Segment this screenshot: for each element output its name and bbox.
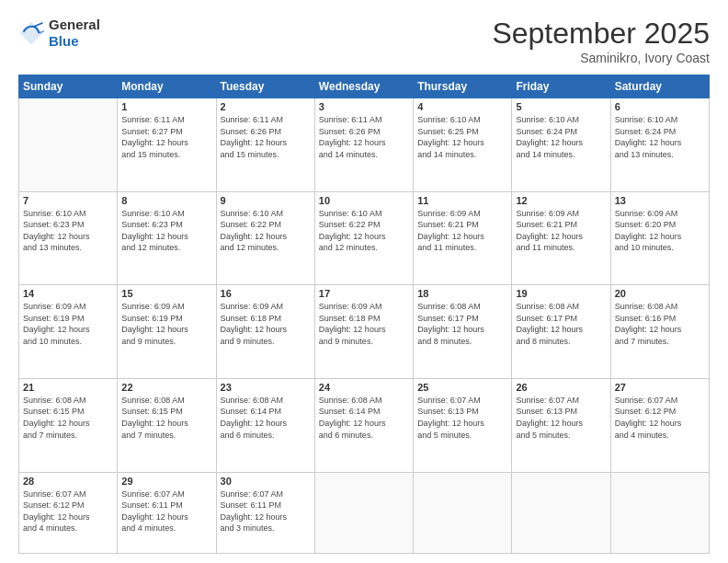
day-info: Sunrise: 6:10 AM Sunset: 6:24 PM Dayligh…: [615, 114, 705, 160]
weekday-header-friday: Friday: [512, 75, 610, 98]
calendar-cell: 30Sunrise: 6:07 AM Sunset: 6:11 PM Dayli…: [216, 472, 314, 554]
day-number: 27: [615, 382, 705, 393]
weekday-header-tuesday: Tuesday: [216, 75, 314, 98]
day-number: 15: [121, 288, 211, 299]
day-number: 20: [615, 288, 705, 299]
day-info: Sunrise: 6:10 AM Sunset: 6:23 PM Dayligh…: [121, 208, 211, 254]
calendar-cell: 15Sunrise: 6:09 AM Sunset: 6:19 PM Dayli…: [118, 285, 216, 379]
calendar-cell: 5Sunrise: 6:10 AM Sunset: 6:24 PM Daylig…: [512, 98, 610, 192]
calendar-cell: 19Sunrise: 6:08 AM Sunset: 6:17 PM Dayli…: [512, 285, 610, 379]
calendar-cell: [512, 472, 610, 554]
day-number: 5: [516, 101, 606, 112]
day-number: 26: [516, 382, 606, 393]
day-info: Sunrise: 6:10 AM Sunset: 6:24 PM Dayligh…: [516, 114, 606, 160]
day-info: Sunrise: 6:09 AM Sunset: 6:21 PM Dayligh…: [417, 208, 507, 254]
day-number: 28: [23, 476, 113, 487]
day-info: Sunrise: 6:09 AM Sunset: 6:19 PM Dayligh…: [121, 301, 211, 347]
month-title: September 2025: [492, 17, 710, 51]
calendar-cell: 14Sunrise: 6:09 AM Sunset: 6:19 PM Dayli…: [19, 285, 118, 379]
weekday-header-monday: Monday: [118, 75, 216, 98]
day-info: Sunrise: 6:09 AM Sunset: 6:18 PM Dayligh…: [221, 301, 311, 347]
day-number: 24: [319, 382, 409, 393]
day-number: 1: [121, 101, 211, 112]
day-number: 19: [516, 288, 606, 299]
day-info: Sunrise: 6:08 AM Sunset: 6:16 PM Dayligh…: [615, 301, 705, 347]
day-info: Sunrise: 6:08 AM Sunset: 6:14 PM Dayligh…: [319, 395, 409, 441]
calendar-cell: 22Sunrise: 6:08 AM Sunset: 6:15 PM Dayli…: [118, 378, 216, 472]
calendar-cell: 29Sunrise: 6:07 AM Sunset: 6:11 PM Dayli…: [118, 472, 216, 554]
day-info: Sunrise: 6:08 AM Sunset: 6:14 PM Dayligh…: [221, 395, 311, 441]
week-row-1: 1Sunrise: 6:11 AM Sunset: 6:27 PM Daylig…: [19, 98, 710, 192]
day-number: 13: [615, 195, 705, 206]
day-number: 2: [221, 101, 311, 112]
logo-blue-text: Blue: [49, 33, 100, 50]
day-info: Sunrise: 6:11 AM Sunset: 6:26 PM Dayligh…: [221, 114, 311, 160]
day-number: 10: [319, 195, 409, 206]
day-info: Sunrise: 6:07 AM Sunset: 6:13 PM Dayligh…: [417, 395, 507, 441]
calendar-table: SundayMondayTuesdayWednesdayThursdayFrid…: [18, 75, 710, 554]
calendar-cell: [610, 472, 709, 554]
logo-general-text: General: [49, 17, 100, 33]
day-number: 14: [23, 288, 113, 299]
day-number: 3: [319, 101, 409, 112]
logo-icon: [18, 20, 44, 46]
day-number: 21: [23, 382, 113, 393]
calendar-cell: 13Sunrise: 6:09 AM Sunset: 6:20 PM Dayli…: [610, 191, 709, 285]
day-number: 22: [121, 382, 211, 393]
day-number: 7: [23, 195, 113, 206]
day-info: Sunrise: 6:08 AM Sunset: 6:17 PM Dayligh…: [417, 301, 507, 347]
day-info: Sunrise: 6:10 AM Sunset: 6:23 PM Dayligh…: [23, 208, 113, 254]
week-row-5: 28Sunrise: 6:07 AM Sunset: 6:12 PM Dayli…: [19, 472, 710, 554]
calendar-cell: 3Sunrise: 6:11 AM Sunset: 6:26 PM Daylig…: [314, 98, 413, 192]
day-info: Sunrise: 6:10 AM Sunset: 6:22 PM Dayligh…: [221, 208, 311, 254]
calendar-cell: 20Sunrise: 6:08 AM Sunset: 6:16 PM Dayli…: [610, 285, 709, 379]
day-info: Sunrise: 6:07 AM Sunset: 6:13 PM Dayligh…: [516, 395, 606, 441]
day-number: 8: [121, 195, 211, 206]
day-info: Sunrise: 6:08 AM Sunset: 6:15 PM Dayligh…: [121, 395, 211, 441]
subtitle: Saminikro, Ivory Coast: [492, 51, 710, 65]
calendar-cell: 6Sunrise: 6:10 AM Sunset: 6:24 PM Daylig…: [610, 98, 709, 192]
calendar-cell: 11Sunrise: 6:09 AM Sunset: 6:21 PM Dayli…: [414, 191, 512, 285]
day-number: 9: [221, 195, 311, 206]
weekday-header-sunday: Sunday: [19, 75, 118, 98]
weekday-header-saturday: Saturday: [610, 75, 709, 98]
calendar-cell: 17Sunrise: 6:09 AM Sunset: 6:18 PM Dayli…: [314, 285, 413, 379]
title-block: September 2025 Saminikro, Ivory Coast: [492, 17, 710, 65]
day-number: 29: [121, 476, 211, 487]
week-row-4: 21Sunrise: 6:08 AM Sunset: 6:15 PM Dayli…: [19, 378, 710, 472]
day-info: Sunrise: 6:07 AM Sunset: 6:11 PM Dayligh…: [221, 488, 311, 534]
day-info: Sunrise: 6:09 AM Sunset: 6:18 PM Dayligh…: [319, 301, 409, 347]
weekday-header-wednesday: Wednesday: [314, 75, 413, 98]
calendar-cell: 27Sunrise: 6:07 AM Sunset: 6:12 PM Dayli…: [610, 378, 709, 472]
day-info: Sunrise: 6:07 AM Sunset: 6:11 PM Dayligh…: [121, 488, 211, 534]
calendar-cell: 12Sunrise: 6:09 AM Sunset: 6:21 PM Dayli…: [512, 191, 610, 285]
calendar-cell: 24Sunrise: 6:08 AM Sunset: 6:14 PM Dayli…: [314, 378, 413, 472]
logo-text: General Blue: [49, 17, 100, 50]
header: General Blue September 2025 Saminikro, I…: [18, 17, 710, 65]
page: General Blue September 2025 Saminikro, I…: [0, 0, 728, 563]
day-number: 23: [221, 382, 311, 393]
calendar-cell: [314, 472, 413, 554]
day-info: Sunrise: 6:07 AM Sunset: 6:12 PM Dayligh…: [23, 488, 113, 534]
day-number: 17: [319, 288, 409, 299]
day-number: 4: [417, 101, 507, 112]
day-info: Sunrise: 6:09 AM Sunset: 6:21 PM Dayligh…: [516, 208, 606, 254]
calendar-cell: 28Sunrise: 6:07 AM Sunset: 6:12 PM Dayli…: [19, 472, 118, 554]
day-number: 18: [417, 288, 507, 299]
week-row-3: 14Sunrise: 6:09 AM Sunset: 6:19 PM Dayli…: [19, 285, 710, 379]
calendar-cell: 26Sunrise: 6:07 AM Sunset: 6:13 PM Dayli…: [512, 378, 610, 472]
calendar-cell: 18Sunrise: 6:08 AM Sunset: 6:17 PM Dayli…: [414, 285, 512, 379]
calendar-cell: 16Sunrise: 6:09 AM Sunset: 6:18 PM Dayli…: [216, 285, 314, 379]
day-number: 11: [417, 195, 507, 206]
calendar-cell: 23Sunrise: 6:08 AM Sunset: 6:14 PM Dayli…: [216, 378, 314, 472]
day-number: 30: [221, 476, 311, 487]
day-info: Sunrise: 6:11 AM Sunset: 6:27 PM Dayligh…: [121, 114, 211, 160]
weekday-header-row: SundayMondayTuesdayWednesdayThursdayFrid…: [19, 75, 710, 98]
weekday-header-thursday: Thursday: [414, 75, 512, 98]
day-info: Sunrise: 6:08 AM Sunset: 6:17 PM Dayligh…: [516, 301, 606, 347]
day-info: Sunrise: 6:08 AM Sunset: 6:15 PM Dayligh…: [23, 395, 113, 441]
calendar-cell: 21Sunrise: 6:08 AM Sunset: 6:15 PM Dayli…: [19, 378, 118, 472]
day-info: Sunrise: 6:10 AM Sunset: 6:22 PM Dayligh…: [319, 208, 409, 254]
day-info: Sunrise: 6:09 AM Sunset: 6:19 PM Dayligh…: [23, 301, 113, 347]
calendar-cell: [414, 472, 512, 554]
